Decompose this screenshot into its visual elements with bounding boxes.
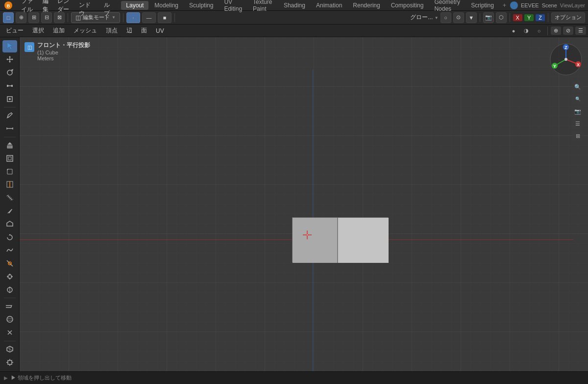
xray-toggle-btn[interactable]: ⊘ [563, 26, 573, 35]
svg-point-58 [307, 234, 308, 235]
axis-y-btn[interactable]: Y [524, 14, 534, 21]
local-view-btn[interactable]: ⊞ [572, 130, 583, 141]
svg-point-43 [7, 316, 13, 322]
hm-add[interactable]: 追加 [49, 26, 69, 36]
camera-btn[interactable]: 📷 [483, 12, 494, 23]
scene-label: Scene [542, 2, 557, 8]
camera-view-btn[interactable]: 📷 [572, 106, 583, 117]
snap-btn[interactable]: ⊙ [453, 12, 464, 23]
svg-rect-54 [20, 37, 588, 371]
glow-dropdown[interactable]: グロー... ▼ [410, 13, 438, 22]
overlays-dropdown[interactable]: ⊕ [551, 26, 561, 35]
tool-shrink-fatten[interactable] [2, 271, 17, 283]
tool-move[interactable] [2, 53, 17, 66]
svg-text:B: B [7, 3, 10, 8]
tool-knife[interactable] [2, 205, 17, 217]
add-workspace-button[interactable]: + [500, 1, 509, 10]
left-toolbar [0, 37, 20, 371]
material-preview-btn[interactable]: ⬡ [496, 12, 507, 23]
tool-offset-edge[interactable] [2, 192, 17, 204]
tool-shear[interactable] [2, 300, 17, 312]
face-select-btn[interactable]: ■ [158, 12, 172, 23]
tab-sculpting[interactable]: Sculpting [184, 1, 218, 10]
right-mini-toolbar: 🔍 🔍 📷 ☰ ⊞ [572, 81, 583, 141]
axis-z-btn[interactable]: Z [536, 14, 545, 21]
tool-rotate[interactable] [2, 67, 17, 79]
tool-to-sphere[interactable] [2, 313, 17, 326]
hm-view[interactable]: ビュー [2, 26, 27, 36]
tab-uv-editing[interactable]: UV Editing [219, 0, 247, 13]
menu-help[interactable]: ヘルプ [100, 0, 118, 19]
tool-push-pull[interactable] [2, 284, 17, 296]
menu-file[interactable]: ファイル [18, 0, 38, 15]
zoom-out-btn[interactable]: 🔍 [572, 94, 583, 104]
viewlayer-icon[interactable]: ViewLayer [560, 2, 585, 8]
gizmos-dropdown[interactable]: ☰ [575, 26, 586, 35]
viewport-shading-solid-btn[interactable]: ● [508, 26, 519, 36]
tool-cursor[interactable] [2, 40, 17, 52]
tab-compositing[interactable]: Compositing [386, 1, 429, 10]
viewport-shading-material-btn[interactable]: ◑ [521, 26, 532, 36]
viewport-shading-render-btn[interactable]: ○ [534, 26, 544, 36]
tab-modeling[interactable]: Modeling [149, 1, 183, 10]
svg-point-9 [7, 70, 12, 75]
svg-marker-8 [12, 58, 13, 60]
engine-icon [510, 1, 518, 9]
hm-face[interactable]: 面 [137, 26, 151, 36]
tab-layout[interactable]: Layout [121, 1, 148, 10]
proportional-editing-btn[interactable]: ○ [441, 12, 451, 23]
svg-marker-2 [7, 43, 13, 50]
svg-line-28 [7, 212, 8, 213]
tool-extrude[interactable] [2, 139, 17, 151]
tab-texture-paint[interactable]: Texture Paint [248, 0, 278, 13]
menu-edit[interactable]: 編集 [39, 0, 53, 15]
options-btn[interactable]: オプション [551, 12, 585, 23]
menu-window[interactable]: ウィンドウ [75, 0, 99, 19]
vertex-select-btn[interactable]: · [126, 12, 140, 23]
tool-loop-cut[interactable] [2, 179, 17, 191]
tab-scripting[interactable]: Scripting [466, 1, 499, 10]
tab-rendering[interactable]: Rendering [348, 1, 385, 10]
viewport[interactable]: ◫ フロント・平行投影 (1) Cube Meters Z X [20, 37, 588, 371]
render-engine-dropdown[interactable]: EEVEE [521, 2, 539, 8]
svg-rect-19 [7, 146, 12, 148]
svg-line-31 [7, 260, 13, 266]
viewport-axes-gizmo[interactable]: Z X Y [549, 42, 583, 77]
tab-animation[interactable]: Animation [311, 1, 347, 10]
origin-marker [303, 230, 312, 239]
svg-rect-48 [8, 360, 12, 364]
tool-rip[interactable] [2, 327, 17, 339]
tool-poly-build[interactable] [2, 218, 17, 230]
axis-x-btn[interactable]: X [513, 14, 522, 21]
hm-vertex[interactable]: 頂点 [102, 26, 122, 36]
hm-uv[interactable]: UV [152, 26, 168, 35]
tool-move-generic[interactable] [2, 356, 17, 368]
hm-mesh[interactable]: メッシュ [70, 26, 101, 36]
tool-bevel[interactable] [2, 165, 17, 178]
svg-text:Z: Z [564, 45, 567, 50]
zoom-in-btn[interactable]: 🔍 [572, 81, 583, 92]
tool-inset[interactable] [2, 152, 17, 164]
viewport-header: ビュー 選択 追加 メッシュ 頂点 辺 面 UV ● ◑ ○ ⊕ ⊘ ☰ [0, 25, 588, 37]
tool-measure[interactable] [2, 123, 17, 135]
hm-select[interactable]: 選択 [28, 26, 48, 36]
tab-shading[interactable]: Shading [279, 1, 310, 10]
cube-right-face [338, 218, 389, 263]
tab-geometry-nodes[interactable]: Geometry Nodes [429, 0, 465, 13]
tool-edge-slide[interactable] [2, 257, 17, 270]
blender-logo[interactable]: B [3, 0, 14, 11]
tool-annotate[interactable] [2, 109, 17, 122]
tool-spin[interactable] [2, 231, 17, 243]
tool-add-cube[interactable] [2, 343, 17, 356]
tool-transform[interactable] [2, 93, 17, 105]
viewport-properties-btn[interactable]: ☰ [572, 118, 583, 129]
tool-scale[interactable] [2, 79, 17, 92]
hm-edge[interactable]: 辺 [122, 26, 136, 36]
svg-marker-20 [7, 142, 12, 145]
edge-select-btn[interactable]: — [142, 12, 156, 23]
snap-dropdown[interactable]: ▼ [466, 12, 477, 23]
menu-render[interactable]: レンダー [54, 0, 74, 15]
tool-smooth[interactable] [2, 244, 17, 256]
svg-point-14 [9, 98, 11, 100]
select-box-btn[interactable]: □ [3, 12, 14, 23]
